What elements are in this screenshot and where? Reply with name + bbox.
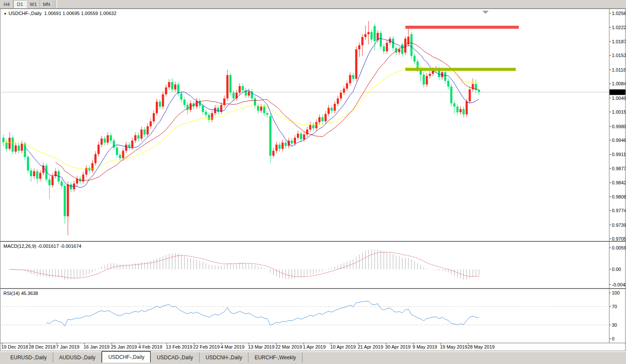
price-tick-label: 1.01180 — [612, 67, 626, 72]
rsi-tick-label: 0 — [612, 336, 614, 341]
rsi-tick-label: 70 — [612, 304, 617, 309]
tab-usdchf-daily[interactable]: USDCHF-,Daily — [102, 351, 151, 363]
chart-symbol-title: USDCHF-,Daily — [9, 11, 42, 16]
price-tick-label: 1.02560 — [612, 11, 626, 16]
toolbar-separator — [55, 0, 57, 8]
price-tick-label: 1.00840 — [612, 81, 626, 86]
date-tick-label: 28 Dec 2018 — [29, 344, 55, 349]
price-tick-label: 1.01870 — [612, 39, 626, 44]
date-tick-label: 30 Apr 2019 — [385, 344, 411, 349]
symbol-tabbar: EURUSD-,Daily AUDUSD-,Daily USDCHF-,Dail… — [0, 352, 626, 363]
price-tick-label: 1.00490 — [612, 96, 626, 101]
date-tick-label: 1 Apr 2019 — [303, 344, 326, 349]
current-price-value: 1.00632 — [611, 90, 626, 95]
resistance-line[interactable] — [405, 26, 519, 29]
support-line[interactable] — [405, 68, 516, 71]
price-tick-label: 0.97050 — [612, 236, 626, 241]
pane-divider[interactable] — [0, 288, 626, 289]
chart-svg[interactable]: 1.025601.022201.018701.015301.011801.008… — [0, 9, 626, 352]
price-tick-label: 0.99460 — [612, 138, 626, 143]
chart-background — [0, 9, 626, 351]
date-axis: 19 Dec 201828 Dec 20187 Jan 201916 Jan 2… — [1, 343, 495, 349]
price-tick-label: 0.98420 — [612, 180, 626, 185]
tab-audusd-daily[interactable]: AUDUSD-,Daily — [53, 352, 102, 363]
date-tick-label: 22 Mar 2019 — [275, 344, 302, 349]
price-tick-label: 0.97390 — [612, 223, 626, 228]
timeframe-button-mn[interactable]: MN — [40, 0, 53, 8]
price-tick-label: 0.97740 — [612, 208, 626, 213]
timeframe-button-d1[interactable]: D1 — [13, 0, 27, 8]
macd-tick-label: -0.00424 — [612, 282, 626, 287]
trading-terminal-window: H4 D1 W1 MN 1.025601.022201.018701.01530… — [0, 0, 626, 364]
rsi-tick-label: 100 — [612, 290, 620, 295]
timeframe-toolbar: H4 D1 W1 MN — [0, 0, 626, 9]
date-tick-label: 4 Feb 2019 — [139, 344, 163, 349]
date-tick-label: 22 Feb 2019 — [193, 344, 220, 349]
price-tick-label: 1.00150 — [612, 109, 626, 114]
date-tick-label: 9 May 2019 — [413, 344, 437, 349]
date-tick-label: 25 Jan 2019 — [111, 344, 137, 349]
chart-ohlc-values: 1.00691 1.00695 1.00559 1.00632 — [44, 11, 116, 16]
date-tick-label: 19 Dec 2018 — [1, 344, 28, 349]
macd-tick-label: 0.00597 — [612, 245, 626, 250]
price-tick-label: 1.01530 — [612, 53, 626, 58]
tab-eurusd-daily[interactable]: EURUSD-,Daily — [4, 352, 53, 363]
date-tick-label: 19 May 2019 — [440, 344, 467, 349]
macd-indicator-label: MACD(12,26,9) -0.001617 -0.001674 — [3, 244, 82, 249]
price-tick-label: 0.99110 — [612, 152, 626, 157]
price-tick-label: 1.02220 — [612, 25, 626, 30]
collapse-triangle-icon[interactable]: ▼ — [3, 12, 7, 16]
price-tick-label: 0.99800 — [612, 124, 626, 129]
date-tick-label: 13 Mar 2019 — [248, 344, 275, 349]
date-tick-label: 16 Jan 2019 — [84, 344, 110, 349]
price-tick-label: 0.98770 — [612, 166, 626, 171]
date-tick-label: 13 Feb 2019 — [166, 344, 192, 349]
chart-canvas[interactable]: 1.025601.022201.018701.015301.011801.008… — [0, 9, 626, 352]
tab-eurchf-weekly[interactable]: EURCHF-,Weekly — [248, 352, 302, 363]
tab-usdcad-daily[interactable]: USDCAD-,Daily — [151, 352, 200, 363]
chart-title: ▼USDCHF-,Daily 1.00691 1.00695 1.00559 1… — [3, 11, 116, 16]
date-tick-label: 7 Jan 2019 — [56, 344, 79, 349]
date-tick-label: 10 Apr 2019 — [330, 344, 356, 349]
pane-divider[interactable] — [0, 241, 626, 242]
date-tick-label: 21 Apr 2019 — [358, 344, 383, 349]
date-tick-label: 4 Mar 2019 — [221, 344, 245, 349]
price-tick-label: 0.98080 — [612, 194, 626, 199]
tab-usdcnh-daily[interactable]: USDCNH-,Daily — [200, 352, 248, 363]
date-tick-label: 28 May 2019 — [467, 344, 495, 349]
rsi-indicator-label: RSI(14) 45.3638 — [3, 291, 38, 296]
rsi-tick-label: 30 — [612, 322, 617, 328]
timeframe-button-w1[interactable]: W1 — [27, 0, 40, 8]
macd-tick-label: 0.00 — [612, 267, 621, 272]
timeframe-button-h4[interactable]: H4 — [0, 0, 13, 8]
